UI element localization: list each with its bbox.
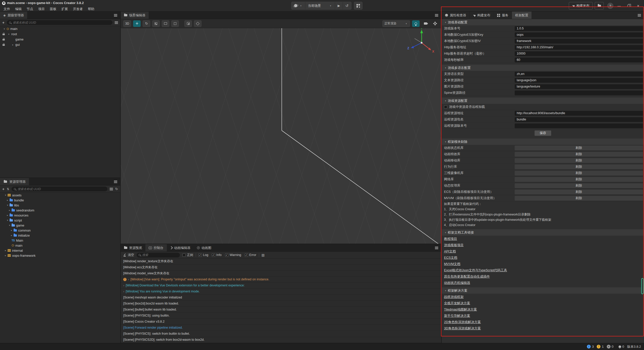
section-header[interactable]: 框架模块剔除 (442, 139, 644, 145)
chevron-down-icon[interactable] (444, 289, 447, 292)
log-row[interactable]: !›[Window] [Vue warn]: Property "onInput… (121, 277, 441, 283)
error-count[interactable]: ✕ 0 (607, 345, 614, 348)
filter-warning[interactable]: Warning (225, 253, 241, 257)
doc-link[interactable]: Tiledmap地图解决方案 (444, 307, 477, 312)
asset-node[interactable]: main (0, 243, 120, 248)
panel-menu-icon[interactable] (114, 182, 117, 182)
panel-menu-icon[interactable] (435, 15, 438, 16)
camera-settings-button[interactable] (422, 20, 429, 27)
expand-icon[interactable]: › (123, 283, 124, 288)
field-input[interactable]: 1.0.5 (515, 26, 643, 31)
asset-node[interactable]: initialize (0, 233, 120, 238)
doc-link[interactable]: Excel格式转Json文件与TypeScript代码工具 (444, 268, 507, 273)
scene-viewport[interactable]: Y X Z (121, 28, 441, 244)
section-header[interactable]: 框架文档工具链接 (442, 229, 644, 236)
create-node-button[interactable] (2, 20, 5, 25)
tab-属性检查器[interactable]: 属性检查器 (442, 12, 470, 19)
hierarchy-node[interactable]: game (0, 37, 120, 42)
tab-动画编辑器[interactable]: 动画编辑器 (167, 244, 194, 251)
open-project-folder-button[interactable] (595, 2, 604, 10)
doc-link[interactable]: API文档 (444, 249, 456, 254)
snap-tool-button[interactable] (184, 20, 192, 27)
chevron-down-icon[interactable] (6, 204, 9, 206)
field-input[interactable] (515, 91, 643, 95)
scene-settings-button[interactable] (431, 20, 439, 27)
regex-checkbox[interactable] (182, 253, 186, 257)
doc-link[interactable]: 游戏模板项目 (444, 243, 464, 247)
preview-target-button[interactable] (292, 2, 305, 9)
log-row[interactable]: ›[Window] You are running Vue in develop… (121, 289, 441, 295)
filter-log[interactable]: Log (198, 253, 208, 257)
field-input[interactable]: framework (515, 39, 643, 43)
field-input[interactable]: bundle (515, 117, 643, 122)
chevron-right-icon[interactable] (8, 209, 11, 211)
chevron-down-icon[interactable] (444, 21, 447, 24)
expand-icon[interactable]: › (128, 277, 129, 282)
tab-scene-editor[interactable]: 场景编辑器 (121, 12, 149, 19)
filter-icon[interactable] (115, 22, 118, 23)
asset-node[interactable]: seedrandom (0, 208, 120, 213)
info-count[interactable]: i 3 (587, 345, 594, 348)
remove-button[interactable]: 剔除 (515, 171, 643, 176)
remove-button[interactable]: 剔除 (515, 152, 643, 157)
tab-动画图[interactable]: 动画图 (194, 244, 215, 251)
chevron-down-icon[interactable] (7, 33, 11, 35)
create-asset-button[interactable] (2, 187, 5, 191)
doc-link[interactable]: 教程项目 (444, 237, 457, 241)
log-checkbox[interactable] (198, 253, 202, 257)
tab-控制台[interactable]: 控制台 (145, 244, 167, 251)
render-mode-dropdown[interactable]: 正常渲染 (382, 20, 410, 27)
menu-item[interactable]: 节点 (24, 6, 36, 12)
asset-node[interactable]: common (0, 228, 120, 233)
save-button[interactable]: 保存 (535, 130, 551, 136)
info-checkbox[interactable] (212, 253, 215, 257)
field-input[interactable]: 60 (515, 58, 643, 62)
doc-link[interactable]: 2D角色扮演游戏解决方案 (444, 320, 481, 324)
field-input[interactable]: http://192.168.0.150/main/ (515, 45, 643, 50)
hierarchy-node[interactable]: gui (0, 42, 120, 47)
notification-count[interactable]: 0 (619, 345, 624, 348)
remove-button[interactable]: 剔除 (515, 164, 643, 169)
expand-icon[interactable]: › (123, 289, 124, 294)
remove-button[interactable]: 剔除 (515, 196, 643, 201)
lighting-toggle-button[interactable] (412, 20, 420, 27)
mode-3d-toggle[interactable]: 3D (123, 20, 131, 27)
field-input[interactable]: http://localhost:8083/assets/bundle (515, 111, 643, 116)
rect-tool-button[interactable] (162, 20, 169, 27)
asset-node[interactable]: assets (0, 193, 120, 198)
doc-link[interactable]: 3D角色扮演游戏解决方案 (444, 326, 481, 331)
asset-node[interactable]: script (0, 218, 120, 223)
chevron-down-icon[interactable] (4, 194, 7, 196)
tab-服务[interactable]: 服务 (494, 12, 512, 19)
field-input[interactable]: language/texture (515, 84, 643, 89)
remove-button[interactable]: 剔除 (515, 177, 643, 182)
preview-qr-button[interactable] (354, 2, 363, 10)
scrollbar-thumb[interactable] (641, 278, 643, 294)
filter-info[interactable]: Info (212, 253, 222, 257)
remove-button[interactable]: 剔除 (515, 158, 643, 163)
build-publish-button[interactable]: 构建发布 (569, 2, 593, 10)
clear-console-button[interactable]: 清空 (123, 253, 134, 257)
menu-item[interactable]: 帮助 (85, 6, 97, 12)
chevron-right-icon[interactable] (4, 249, 7, 252)
section-header[interactable]: 游戏基础配置 (442, 19, 644, 25)
console-search[interactable] (137, 253, 180, 257)
lock-icon[interactable] (3, 43, 7, 46)
chevron-down-icon[interactable] (8, 224, 11, 227)
doc-link[interactable]: ECS文档 (444, 255, 457, 260)
asset-node[interactable]: internal (0, 248, 120, 253)
hierarchy-node[interactable]: root (0, 31, 120, 37)
tab-构建发布[interactable]: 构建发布 (470, 12, 494, 19)
chevron-down-icon[interactable] (444, 67, 447, 69)
log-row[interactable]: ›[Window] Download the Vue Devtools exte… (121, 283, 441, 289)
move-tool-button[interactable] (133, 20, 141, 27)
sort-icon[interactable] (7, 187, 9, 191)
refresh-icon[interactable] (115, 187, 118, 191)
menu-item[interactable]: 面板 (47, 6, 59, 12)
chevron-right-icon[interactable] (6, 214, 9, 216)
field-input[interactable]: zh,en (515, 72, 643, 76)
asset-node[interactable]: oops-framework (0, 253, 120, 258)
tab-assets[interactable]: 资源管理器 (0, 178, 29, 185)
chevron-right-icon[interactable] (10, 234, 13, 237)
assets-search[interactable] (12, 187, 107, 191)
